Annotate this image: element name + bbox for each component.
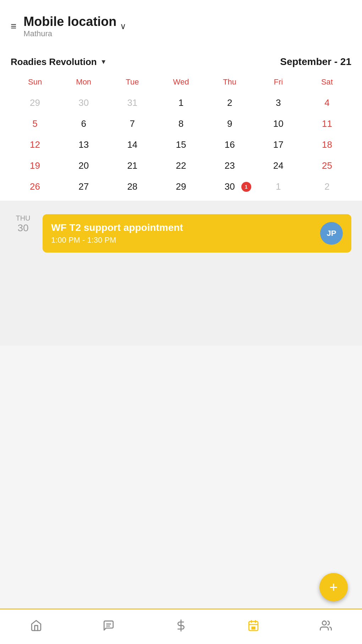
- nav-home[interactable]: [30, 619, 42, 634]
- calendar-cell[interactable]: 1: [254, 176, 303, 197]
- app-title: Mobile location: [23, 14, 116, 29]
- calendar-cell[interactable]: 11: [303, 113, 351, 134]
- contacts-icon: [320, 619, 332, 634]
- calendar-cell[interactable]: 13: [59, 134, 108, 155]
- event-info: WF T2 support appointment 1:00 PM - 1:30…: [51, 222, 183, 245]
- calendar-cell[interactable]: 27: [59, 176, 108, 197]
- calendar-cell[interactable]: 19: [11, 155, 59, 176]
- event-day-num: 30: [11, 222, 35, 234]
- svg-rect-7: [251, 626, 255, 629]
- event-day-row: THU 30 WF T2 support appointment 1:00 PM…: [11, 214, 351, 253]
- chevron-down-icon: ∨: [120, 21, 126, 31]
- calendar-cell[interactable]: 16: [205, 134, 254, 155]
- nav-contacts[interactable]: [320, 619, 332, 634]
- calendar-title: Roadies Revolution: [11, 56, 97, 67]
- calendar-cell[interactable]: 30: [59, 92, 108, 113]
- nav-calendar[interactable]: [247, 619, 259, 634]
- event-day-label: THU 30: [11, 214, 35, 234]
- calendar-week-1: 29 30 31 1 2 3 4: [11, 92, 351, 113]
- calendar-week-2: 5 6 7 8 9 10 11: [11, 113, 351, 134]
- add-event-button[interactable]: +: [319, 573, 348, 601]
- calendar-month-year: September - 21: [280, 56, 351, 67]
- event-day-name: THU: [11, 214, 35, 222]
- calendar-cell[interactable]: 21: [108, 155, 157, 176]
- day-header-wed: Wed: [157, 75, 205, 90]
- calendar-cell[interactable]: 28: [108, 176, 157, 197]
- calendar-cell[interactable]: 31: [108, 92, 157, 113]
- dropdown-arrow-icon: ▼: [100, 58, 107, 66]
- calendar-dropdown[interactable]: Roadies Revolution ▼: [11, 56, 107, 67]
- calendar-cell[interactable]: 12: [11, 134, 59, 155]
- svg-point-8: [322, 621, 326, 625]
- calendar-cell[interactable]: 4: [303, 92, 351, 113]
- calendar-cell[interactable]: 7: [108, 113, 157, 134]
- day-header-sun: Sun: [11, 75, 59, 90]
- day-header-tue: Tue: [108, 75, 157, 90]
- calendar-cell[interactable]: 14: [108, 134, 157, 155]
- header-text: Mobile location Mathura: [23, 14, 116, 38]
- calendar-cell[interactable]: 24: [254, 155, 303, 176]
- calendar-week-4: 19 20 21 22 23 24 25: [11, 155, 351, 176]
- calendar-cell[interactable]: 18: [303, 134, 351, 155]
- event-card[interactable]: WF T2 support appointment 1:00 PM - 1:30…: [43, 214, 351, 253]
- calendar-container: Roadies Revolution ▼ September - 21 Sun …: [0, 45, 362, 201]
- calendar-cell[interactable]: 9: [205, 113, 254, 134]
- day-headers: Sun Mon Tue Wed Thu Fri Sat: [11, 75, 351, 90]
- day-header-fri: Fri: [254, 75, 303, 90]
- dollar-icon: [175, 619, 187, 634]
- messages-icon: [103, 619, 115, 634]
- calendar-icon: [247, 619, 259, 634]
- calendar-cell[interactable]: 26: [11, 176, 59, 197]
- header: ≡ Mobile location Mathura ∨: [0, 0, 362, 45]
- calendar-cell[interactable]: 25: [303, 155, 351, 176]
- calendar-cell-today[interactable]: 30 1: [205, 176, 254, 197]
- calendar-cell[interactable]: 29: [157, 176, 205, 197]
- calendar-week-3: 12 13 14 15 16 17 18: [11, 134, 351, 155]
- home-icon: [30, 619, 42, 634]
- calendar-cell[interactable]: 17: [254, 134, 303, 155]
- calendar-cell[interactable]: 8: [157, 113, 205, 134]
- calendar-cell[interactable]: 15: [157, 134, 205, 155]
- separator: [0, 201, 362, 204]
- calendar-cell[interactable]: 1: [157, 92, 205, 113]
- calendar-cell[interactable]: 10: [254, 113, 303, 134]
- calendar-cell[interactable]: 3: [254, 92, 303, 113]
- calendar-cell[interactable]: 23: [205, 155, 254, 176]
- calendar-cell[interactable]: 5: [11, 113, 59, 134]
- calendar-cell[interactable]: 20: [59, 155, 108, 176]
- avatar: JP: [320, 222, 343, 245]
- day-header-mon: Mon: [59, 75, 108, 90]
- calendar-cell[interactable]: 29: [11, 92, 59, 113]
- calendar-cell[interactable]: 6: [59, 113, 108, 134]
- hamburger-icon[interactable]: ≡: [11, 21, 16, 31]
- day-header-thu: Thu: [205, 75, 254, 90]
- day-header-sat: Sat: [303, 75, 351, 90]
- header-title-block[interactable]: Mobile location Mathura ∨: [23, 14, 126, 38]
- calendar-cell[interactable]: 2: [303, 176, 351, 197]
- calendar-header: Roadies Revolution ▼ September - 21: [11, 53, 351, 67]
- calendar-week-5: 26 27 28 29 30 1 1 2: [11, 176, 351, 197]
- bottom-nav: [0, 608, 362, 644]
- calendar-cell[interactable]: 22: [157, 155, 205, 176]
- nav-payments[interactable]: [175, 619, 187, 634]
- event-badge: 1: [241, 182, 251, 192]
- calendar-cell[interactable]: 2: [205, 92, 254, 113]
- events-section: THU 30 WF T2 support appointment 1:00 PM…: [0, 204, 362, 346]
- event-time: 1:00 PM - 1:30 PM: [51, 236, 183, 245]
- location-subtitle: Mathura: [23, 29, 116, 38]
- nav-messages[interactable]: [103, 619, 115, 634]
- event-title: WF T2 support appointment: [51, 222, 183, 233]
